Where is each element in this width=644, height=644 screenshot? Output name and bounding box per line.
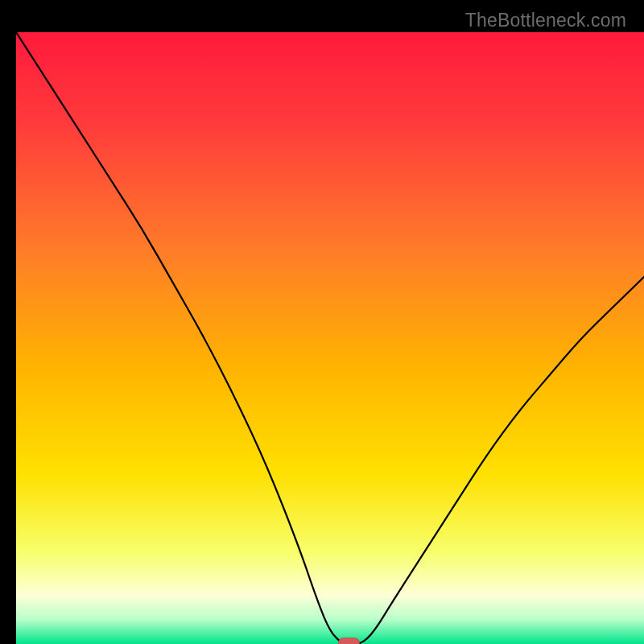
optimum-marker xyxy=(338,638,359,645)
bottleneck-plot xyxy=(16,32,644,644)
plot-svg xyxy=(16,32,644,644)
chart-frame: TheBottleneck.com xyxy=(8,8,636,636)
gradient-bg xyxy=(16,32,644,644)
watermark-text: TheBottleneck.com xyxy=(465,10,626,31)
